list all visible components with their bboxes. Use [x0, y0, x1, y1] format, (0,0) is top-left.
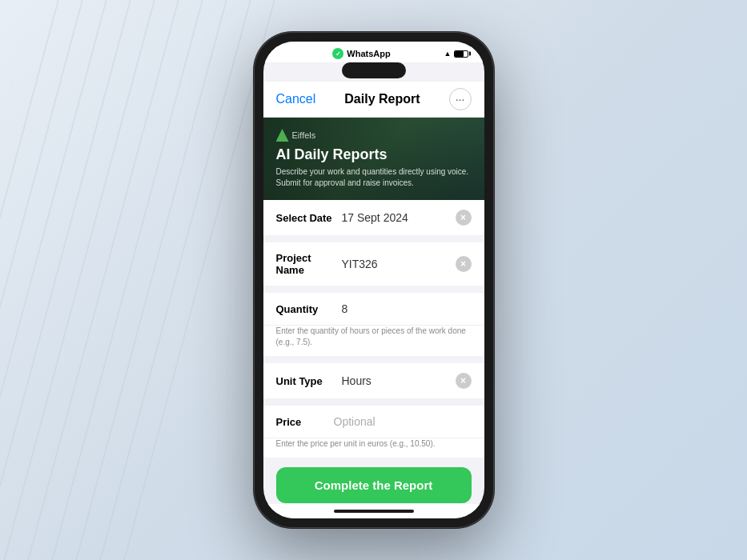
unit-type-value[interactable]: Hours	[342, 374, 448, 387]
price-row: Price Optional	[263, 406, 484, 438]
eiffels-logo-icon	[276, 129, 289, 142]
hero-logo: Eiffels	[276, 129, 472, 142]
status-center: ✓ WhatsApp	[332, 48, 390, 59]
complete-report-button[interactable]: Complete the Report	[276, 467, 472, 503]
project-value[interactable]: YIT326	[342, 258, 448, 270]
gap-4	[263, 399, 484, 406]
status-right: ▲	[444, 50, 468, 58]
date-section: Select Date 17 Sept 2024 ×	[263, 200, 484, 235]
project-row: Project Name YIT326 ×	[263, 242, 484, 286]
battery-icon	[454, 50, 468, 58]
app-name: WhatsApp	[347, 49, 390, 58]
unit-type-row: Unit Type Hours ×	[263, 363, 484, 398]
hero-section: Eiffels AI Daily Reports Describe your w…	[263, 118, 484, 200]
gap-2	[263, 286, 484, 293]
phone-container: ✓ WhatsApp ▲ Cancel Daily Report ···	[254, 32, 494, 528]
unit-type-label: Unit Type	[276, 375, 334, 387]
date-value[interactable]: 17 Sept 2024	[342, 211, 448, 224]
price-section: Price Optional Enter the price per unit …	[263, 406, 484, 458]
quantity-hint: Enter the quantity of hours or pieces of…	[263, 326, 484, 356]
quantity-value[interactable]: 8	[342, 302, 472, 315]
scroll-content[interactable]: Eiffels AI Daily Reports Describe your w…	[263, 118, 484, 504]
quantity-section: Quantity 8 Enter the quantity of hours o…	[263, 293, 484, 356]
more-button[interactable]: ···	[449, 88, 472, 110]
gap-1	[263, 236, 484, 242]
signal-icon: ▲	[444, 50, 452, 58]
quantity-label: Quantity	[276, 303, 334, 315]
price-input[interactable]: Optional	[334, 415, 472, 428]
date-row: Select Date 17 Sept 2024 ×	[263, 200, 484, 235]
quantity-row: Quantity 8	[263, 293, 484, 326]
gap-3	[263, 357, 484, 363]
date-label: Select Date	[276, 212, 334, 224]
project-section: Project Name YIT326 ×	[263, 242, 484, 286]
hero-title: AI Daily Reports	[276, 146, 472, 163]
whatsapp-icon: ✓	[332, 48, 343, 59]
date-clear-button[interactable]: ×	[456, 210, 472, 226]
more-icon: ···	[456, 93, 465, 106]
price-hint: Enter the price per unit in euros (e.g.,…	[263, 438, 484, 458]
project-label: Project Name	[276, 252, 334, 276]
hero-subtitle: Describe your work and quantities direct…	[276, 166, 472, 189]
price-label: Price	[276, 416, 334, 428]
project-clear-button[interactable]: ×	[456, 256, 472, 272]
nav-title: Daily Report	[344, 92, 420, 106]
unit-type-section: Unit Type Hours ×	[263, 363, 484, 398]
hero-logo-text: Eiffels	[292, 130, 316, 140]
phone-device: ✓ WhatsApp ▲ Cancel Daily Report ···	[254, 32, 494, 528]
unit-type-clear-button[interactable]: ×	[456, 373, 472, 389]
phone-screen: ✓ WhatsApp ▲ Cancel Daily Report ···	[263, 42, 484, 518]
dynamic-island	[342, 62, 406, 78]
status-bar: ✓ WhatsApp ▲	[263, 42, 484, 62]
home-indicator	[263, 504, 484, 518]
nav-bar: Cancel Daily Report ···	[263, 82, 484, 118]
cancel-button[interactable]: Cancel	[276, 92, 316, 106]
home-bar	[334, 510, 414, 513]
